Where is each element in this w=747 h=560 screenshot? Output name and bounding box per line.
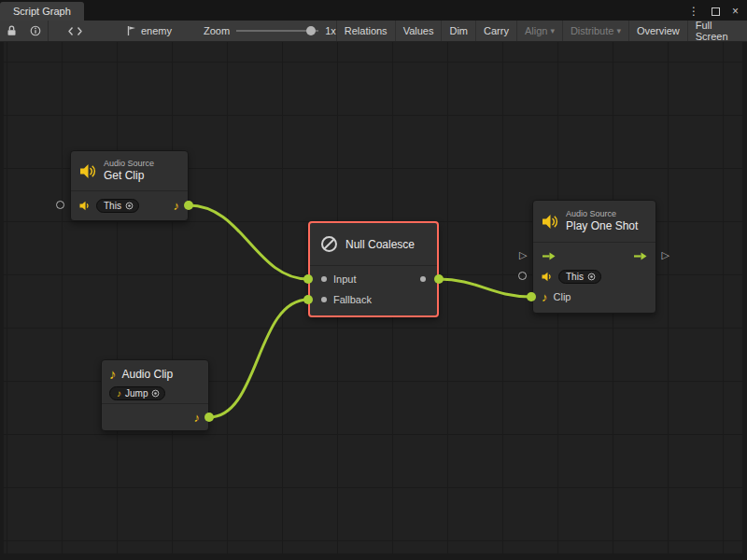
lock-button[interactable] bbox=[0, 21, 23, 41]
get-clip-this-row: This ♪ bbox=[71, 191, 188, 220]
flow-out-triangle-icon[interactable]: ▷ bbox=[662, 250, 669, 260]
clip-port-row: ♪ Clip bbox=[533, 287, 655, 307]
audio-clip-icon: ♪ bbox=[109, 367, 117, 381]
close-icon[interactable]: × bbox=[732, 6, 739, 17]
play-one-shot-this-row: This bbox=[533, 266, 655, 287]
input-port-label: Input bbox=[333, 273, 356, 285]
audio-clip-field-value: Jump bbox=[125, 388, 148, 399]
flow-port-row bbox=[533, 245, 655, 266]
audio-clip-icon: ♪ bbox=[542, 291, 548, 303]
this-object-field[interactable]: This bbox=[558, 270, 601, 284]
flow-out-arrow-icon[interactable] bbox=[633, 251, 647, 261]
port-this-input[interactable] bbox=[56, 201, 64, 209]
port-input-connected[interactable] bbox=[303, 274, 313, 284]
port-fallback-connected[interactable] bbox=[303, 295, 313, 304]
node-get-clip[interactable]: Audio Source Get Clip This bbox=[70, 150, 189, 221]
node-get-clip-header[interactable]: Audio Source Get Clip bbox=[71, 151, 188, 190]
edit-source-button[interactable] bbox=[62, 21, 89, 41]
this-field-value: This bbox=[566, 272, 584, 282]
zoom-control: Zoom 1x bbox=[204, 25, 336, 36]
input-port-dot[interactable] bbox=[321, 276, 327, 282]
node-title: Get Clip bbox=[104, 169, 154, 182]
object-picker-icon[interactable] bbox=[125, 202, 134, 210]
fallback-port-row: Fallback bbox=[310, 289, 437, 310]
tab-bar: Script Graph ⋮ × bbox=[0, 0, 747, 21]
graph-asset-icon bbox=[126, 25, 136, 36]
fallback-port-dot[interactable] bbox=[321, 297, 327, 302]
port-this-input[interactable] bbox=[518, 272, 527, 280]
distribute-button[interactable]: Distribute ▾ bbox=[562, 21, 628, 41]
overview-label: Overview bbox=[637, 25, 680, 36]
flow-in-arrow-icon[interactable] bbox=[542, 251, 556, 261]
null-coalesce-icon bbox=[319, 234, 339, 254]
node-category: Audio Source bbox=[566, 209, 638, 219]
audio-clip-icon: ♪ bbox=[174, 200, 180, 212]
result-port-dot[interactable] bbox=[420, 276, 426, 282]
tab-label: Script Graph bbox=[13, 6, 71, 17]
wire-audioclip-to-fallback[interactable] bbox=[209, 300, 308, 417]
node-audio-clip[interactable]: ♪ Audio Clip ♪ Jump ♪ bbox=[101, 359, 209, 431]
carry-label: Carry bbox=[484, 25, 509, 36]
graph-asset[interactable]: enemy bbox=[126, 25, 172, 36]
dim-label: Dim bbox=[449, 25, 468, 36]
graph-canvas[interactable]: Audio Source Get Clip This bbox=[0, 42, 747, 560]
values-label: Values bbox=[403, 25, 434, 36]
info-button[interactable] bbox=[23, 21, 48, 41]
wire-getclip-to-input[interactable] bbox=[189, 205, 308, 279]
node-title: Audio Clip bbox=[122, 368, 174, 381]
node-titles: Audio Source Play One Shot bbox=[566, 209, 638, 232]
object-picker-icon[interactable] bbox=[587, 273, 596, 281]
null-coalesce-ports: Input Fallback bbox=[310, 266, 437, 315]
audio-source-icon bbox=[79, 163, 97, 179]
flow-in-triangle-icon[interactable]: ▷ bbox=[519, 250, 527, 260]
full-screen-label: Full Screen bbox=[696, 20, 740, 42]
toolbar-separator bbox=[48, 21, 49, 41]
play-one-shot-ports: This ♪ Clip bbox=[533, 243, 655, 313]
node-null-coalesce[interactable]: Null Coalesce Input Fallback bbox=[308, 221, 439, 317]
caret-down-icon: ▾ bbox=[550, 26, 555, 35]
values-button[interactable]: Values bbox=[395, 21, 442, 41]
port-result-output[interactable] bbox=[434, 274, 444, 284]
node-null-coalesce-header[interactable]: Null Coalesce bbox=[310, 223, 437, 265]
node-title: Play One Shot bbox=[566, 219, 638, 232]
clip-port-label: Clip bbox=[554, 291, 571, 302]
zoom-value: 1x bbox=[325, 25, 336, 36]
port-clip-output[interactable] bbox=[184, 201, 193, 210]
fallback-port-label: Fallback bbox=[333, 294, 372, 305]
menu-icon[interactable]: ⋮ bbox=[688, 6, 699, 17]
tab-script-graph[interactable]: Script Graph bbox=[0, 2, 84, 21]
audio-source-icon bbox=[542, 272, 553, 282]
distribute-label: Distribute bbox=[571, 25, 613, 36]
node-play-one-shot-header[interactable]: Audio Source Play One Shot bbox=[533, 201, 655, 242]
node-category: Audio Source bbox=[104, 159, 154, 169]
this-object-field[interactable]: This bbox=[96, 199, 139, 213]
port-clip-input-connected[interactable] bbox=[527, 292, 536, 301]
audio-clip-object-field[interactable]: ♪ Jump bbox=[109, 386, 165, 400]
relations-button[interactable]: Relations bbox=[336, 21, 395, 41]
unity-graph-window: Script Graph ⋮ × bbox=[0, 0, 747, 560]
full-screen-button[interactable]: Full Screen bbox=[687, 21, 747, 41]
node-titles: Audio Source Get Clip bbox=[104, 159, 154, 182]
maximize-icon[interactable] bbox=[712, 7, 720, 16]
this-field-value: This bbox=[104, 201, 121, 211]
port-value-output[interactable] bbox=[204, 413, 214, 422]
zoom-slider[interactable] bbox=[236, 30, 318, 32]
align-button[interactable]: Align ▾ bbox=[516, 21, 562, 41]
audio-clip-icon: ♪ bbox=[194, 412, 201, 424]
graph-toolbar: enemy Zoom 1x Relations Values Dim Carry… bbox=[0, 21, 747, 42]
carry-button[interactable]: Carry bbox=[475, 21, 516, 41]
node-play-one-shot[interactable]: Audio Source Play One Shot bbox=[532, 200, 656, 314]
audio-clip-field-row: ♪ Jump bbox=[102, 384, 208, 403]
zoom-slider-handle[interactable] bbox=[306, 26, 316, 35]
object-picker-icon[interactable] bbox=[151, 389, 160, 398]
input-port-row: Input bbox=[310, 269, 437, 289]
dim-button[interactable]: Dim bbox=[441, 21, 475, 41]
wire-nullcoalesce-to-clip[interactable] bbox=[439, 279, 531, 297]
toolbar-button-group: Relations Values Dim Carry Align ▾ Distr… bbox=[336, 21, 747, 41]
audio-clip-icon: ♪ bbox=[117, 389, 121, 399]
caret-down-icon: ▾ bbox=[616, 26, 621, 35]
overview-button[interactable]: Overview bbox=[628, 21, 687, 41]
node-audio-clip-header[interactable]: ♪ Audio Clip bbox=[102, 360, 208, 384]
audio-source-icon bbox=[542, 214, 559, 230]
audio-source-icon bbox=[79, 201, 91, 211]
